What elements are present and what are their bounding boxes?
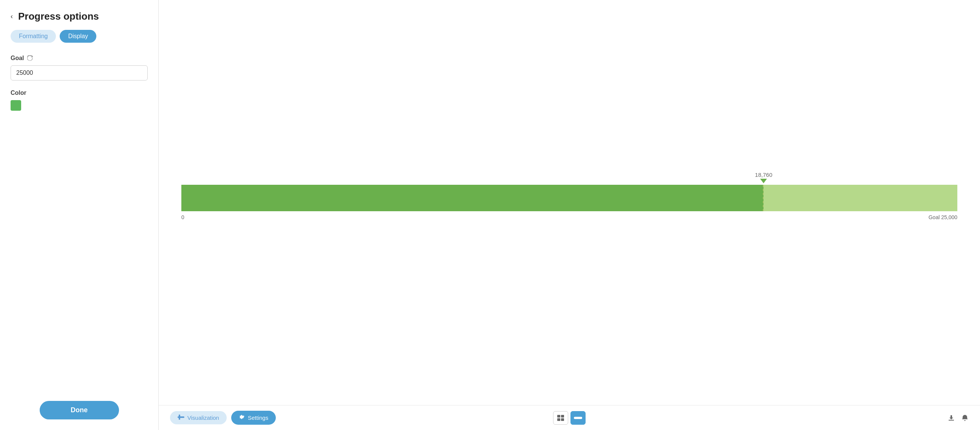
bell-icon xyxy=(961,414,969,422)
color-label: Color xyxy=(11,89,148,96)
panel-footer: Done xyxy=(0,393,158,430)
bar-view-button[interactable] xyxy=(571,411,585,425)
settings-button[interactable]: Settings xyxy=(231,411,276,425)
axis-end: Goal 25,000 xyxy=(929,214,957,220)
svg-rect-1 xyxy=(179,414,180,420)
tab-display[interactable]: Display xyxy=(60,30,96,43)
visualization-icon xyxy=(178,414,185,421)
svg-rect-0 xyxy=(178,416,185,418)
table-view-button[interactable] xyxy=(553,411,568,425)
goal-label: Goal xyxy=(11,55,148,62)
page-title: Progress options xyxy=(18,11,99,22)
axis-labels: 0 Goal 25,000 xyxy=(181,214,957,220)
notification-button[interactable] xyxy=(961,414,969,422)
progress-container: 18,760 0 Goal 25,000 xyxy=(181,185,957,220)
toolbar-left: Visualization Settings xyxy=(170,411,436,425)
svg-rect-6 xyxy=(574,417,582,419)
tab-formatting[interactable]: Formatting xyxy=(11,30,56,43)
left-panel: ‹ Progress options Formatting Display Go… xyxy=(0,0,159,430)
chart-area: 18,760 0 Goal 25,000 xyxy=(159,0,980,405)
axis-start: 0 xyxy=(181,214,185,220)
visualization-button[interactable]: Visualization xyxy=(170,411,227,424)
gear-icon xyxy=(239,414,245,421)
download-button[interactable] xyxy=(948,414,955,422)
current-value-label: 18,760 xyxy=(755,172,772,178)
refresh-icon[interactable] xyxy=(27,55,34,62)
color-swatch[interactable] xyxy=(11,100,21,111)
done-button[interactable]: Done xyxy=(40,401,119,419)
value-marker: 18,760 xyxy=(755,172,772,183)
panel-header: ‹ Progress options xyxy=(0,0,158,30)
settings-label: Settings xyxy=(248,414,268,421)
bottom-toolbar: Visualization Settings xyxy=(159,405,980,430)
svg-rect-2 xyxy=(557,415,560,417)
progress-bar-fill xyxy=(181,185,764,211)
download-icon xyxy=(948,414,955,422)
svg-rect-4 xyxy=(557,418,560,421)
table-icon xyxy=(557,415,564,421)
toolbar-center xyxy=(436,411,703,425)
panel-body: Goal Color xyxy=(0,52,158,393)
progress-bar-track xyxy=(181,185,957,211)
bar-icon xyxy=(574,416,582,420)
visualization-label: Visualization xyxy=(188,414,219,421)
right-panel: 18,760 0 Goal 25,000 xyxy=(159,0,980,430)
back-button[interactable]: ‹ xyxy=(11,13,13,21)
svg-rect-3 xyxy=(561,415,564,417)
toolbar-right xyxy=(702,414,969,422)
marker-triangle xyxy=(760,179,767,183)
svg-rect-5 xyxy=(561,418,564,421)
tab-group: Formatting Display xyxy=(0,30,158,52)
goal-input[interactable] xyxy=(11,65,148,81)
